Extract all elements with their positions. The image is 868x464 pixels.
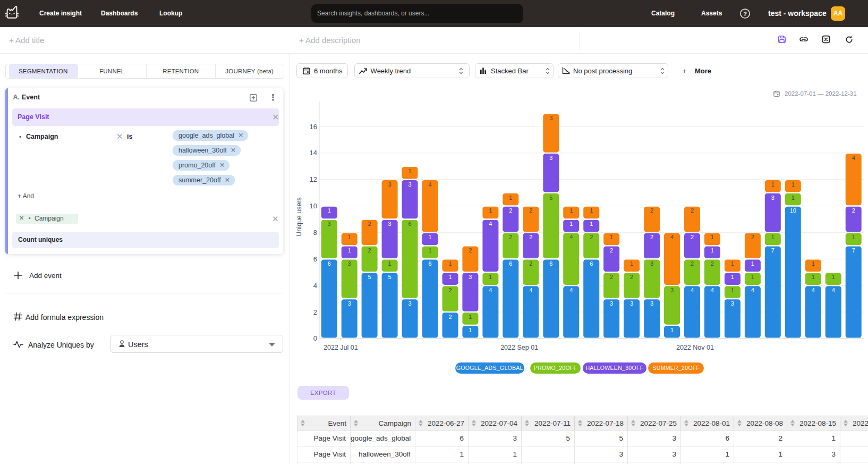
svg-text:1: 1 (731, 274, 734, 280)
svg-text:2: 2 (691, 260, 694, 267)
svg-text:1: 1 (751, 274, 754, 280)
svg-text:3: 3 (388, 181, 392, 188)
svg-text:12: 12 (310, 175, 317, 183)
svg-text:1: 1 (771, 181, 775, 188)
svg-text:2: 2 (509, 207, 512, 214)
svg-text:4: 4 (489, 221, 492, 227)
svg-text:3: 3 (348, 260, 351, 267)
svg-text:2: 2 (691, 207, 694, 214)
svg-text:4: 4 (812, 287, 815, 293)
svg-text:2: 2 (368, 247, 371, 254)
svg-text:6: 6 (328, 260, 331, 267)
svg-text:14: 14 (310, 149, 317, 157)
svg-text:2: 2 (368, 221, 371, 227)
svg-text:5: 5 (549, 195, 552, 201)
svg-text:1: 1 (832, 274, 835, 280)
svg-text:1: 1 (852, 234, 855, 240)
svg-text:1: 1 (348, 247, 351, 254)
svg-text:2: 2 (630, 274, 633, 280)
svg-text:2: 2 (313, 308, 317, 316)
svg-text:1: 1 (771, 234, 775, 240)
svg-text:3: 3 (469, 274, 472, 280)
svg-text:6: 6 (428, 260, 431, 267)
svg-text:2: 2 (448, 287, 452, 293)
svg-text:3: 3 (549, 155, 552, 161)
svg-text:3: 3 (650, 300, 653, 307)
svg-text:3: 3 (731, 300, 734, 307)
svg-text:4: 4 (489, 287, 492, 293)
svg-text:4: 4 (832, 287, 835, 293)
svg-text:2: 2 (610, 274, 613, 280)
svg-text:1: 1 (448, 274, 452, 280)
svg-text:4: 4 (428, 181, 431, 188)
svg-text:1: 1 (610, 234, 613, 240)
svg-text:3: 3 (610, 300, 613, 307)
svg-text:8: 8 (313, 229, 317, 237)
svg-text:2: 2 (691, 234, 694, 240)
svg-text:1: 1 (388, 260, 392, 267)
svg-text:1: 1 (509, 195, 512, 201)
svg-text:1: 1 (670, 327, 674, 333)
svg-text:1: 1 (469, 314, 472, 320)
svg-text:4: 4 (751, 287, 754, 293)
svg-text:1: 1 (448, 260, 452, 267)
svg-text:2: 2 (529, 234, 532, 240)
svg-text:2: 2 (711, 260, 714, 267)
svg-text:1: 1 (731, 260, 734, 267)
svg-text:1: 1 (731, 287, 734, 293)
svg-text:4: 4 (670, 234, 674, 240)
svg-text:0: 0 (313, 334, 317, 342)
svg-text:1: 1 (428, 247, 431, 254)
svg-text:1: 1 (569, 221, 573, 227)
svg-text:3: 3 (650, 260, 653, 267)
svg-text:1: 1 (469, 327, 472, 333)
svg-text:1: 1 (590, 207, 593, 214)
svg-text:2: 2 (590, 234, 593, 240)
svg-text:6: 6 (509, 260, 512, 267)
svg-text:10: 10 (310, 202, 317, 210)
svg-text:3: 3 (630, 300, 633, 307)
svg-text:2: 2 (650, 234, 653, 240)
svg-text:1: 1 (348, 234, 351, 240)
svg-text:3: 3 (549, 115, 552, 121)
svg-text:6: 6 (408, 221, 411, 227)
svg-text:?: ? (743, 11, 747, 17)
svg-text:3: 3 (388, 221, 392, 227)
svg-text:5: 5 (388, 274, 392, 280)
svg-text:4: 4 (569, 234, 573, 240)
svg-text:3: 3 (328, 221, 331, 227)
svg-text:3: 3 (670, 287, 674, 293)
svg-text:2: 2 (650, 207, 653, 214)
svg-text:2022 Sep 01: 2022 Sep 01 (500, 344, 538, 351)
svg-text:2: 2 (751, 234, 754, 240)
svg-text:6: 6 (590, 260, 593, 267)
svg-text:1: 1 (489, 207, 492, 214)
svg-text:3: 3 (348, 300, 351, 307)
svg-text:2: 2 (509, 234, 512, 240)
svg-text:4: 4 (711, 287, 714, 293)
svg-text:1: 1 (328, 207, 331, 214)
svg-text:1: 1 (812, 260, 815, 267)
svg-text:2: 2 (529, 260, 532, 267)
svg-text:6: 6 (549, 260, 552, 267)
svg-text:1: 1 (630, 260, 633, 267)
svg-text:1: 1 (590, 221, 593, 227)
svg-text:2: 2 (448, 314, 452, 320)
svg-text:10: 10 (790, 207, 796, 214)
svg-text:2: 2 (852, 207, 855, 214)
svg-text:3: 3 (771, 195, 775, 201)
svg-text:1: 1 (428, 234, 431, 240)
svg-text:4: 4 (569, 287, 573, 293)
svg-text:4: 4 (691, 287, 694, 293)
svg-text:4: 4 (852, 155, 855, 161)
svg-text:2: 2 (529, 207, 532, 214)
svg-text:2: 2 (610, 247, 613, 254)
svg-text:1: 1 (489, 274, 492, 280)
svg-text:6: 6 (313, 255, 317, 263)
svg-text:Unique users: Unique users (295, 197, 303, 237)
svg-text:1: 1 (792, 181, 795, 188)
svg-text:1: 1 (711, 234, 714, 240)
svg-text:1: 1 (751, 260, 754, 267)
svg-text:2: 2 (469, 247, 472, 254)
svg-text:1: 1 (711, 247, 714, 254)
